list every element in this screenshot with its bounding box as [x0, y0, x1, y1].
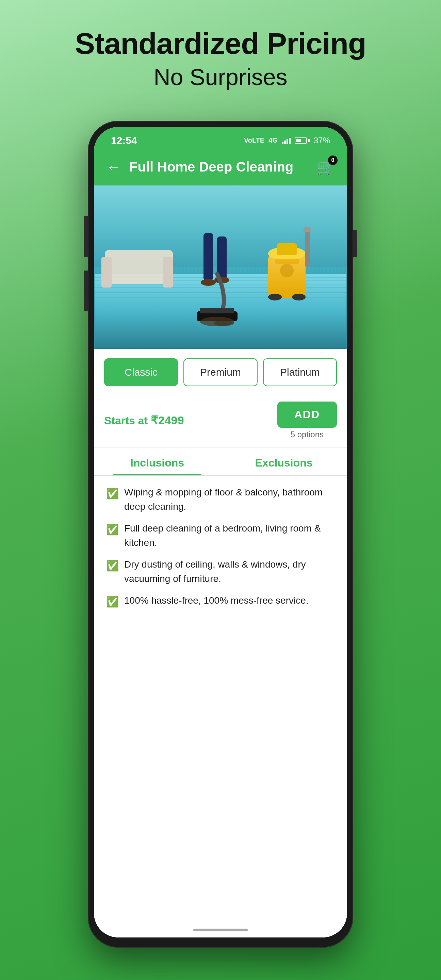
page-title: Full Home Deep Cleaning — [129, 159, 316, 175]
home-indicator — [94, 924, 347, 937]
tab-exclusions[interactable]: Exclusions — [221, 448, 347, 476]
inclusions-list: ✅ Wiping & mopping of floor & balcony, b… — [94, 476, 347, 924]
hero-subtitle: No Surprises — [75, 64, 366, 90]
top-nav: ← Full Home Deep Cleaning 🛒 0 — [94, 151, 347, 185]
signal-icon — [282, 137, 291, 144]
phone-screen: 12:54 VoLTE 4G — [94, 127, 347, 937]
options-label: 5 options — [291, 430, 323, 439]
tab-inclusions[interactable]: Inclusions — [94, 448, 221, 476]
hero-text: Standardized Pricing No Surprises — [75, 27, 366, 90]
svg-rect-9 — [162, 257, 173, 288]
status-bar: 12:54 VoLTE 4G — [94, 127, 347, 151]
price-value: ₹2499 — [151, 414, 184, 427]
svg-point-12 — [201, 279, 216, 286]
svg-rect-20 — [277, 243, 297, 255]
svg-rect-15 — [200, 308, 234, 313]
volte-icon: VoLTE — [244, 137, 264, 144]
check-icon-2: ✅ — [106, 522, 119, 538]
phone: 12:54 VoLTE 4G — [88, 121, 353, 948]
starts-at-label: Starts at — [104, 414, 148, 427]
svg-point-22 — [280, 264, 294, 277]
check-icon-1: ✅ — [106, 486, 119, 502]
inclusion-text-3: Dry dusting of ceiling, walls & windows,… — [124, 557, 335, 586]
status-time: 12:54 — [111, 135, 137, 146]
add-button[interactable]: ADD — [277, 401, 337, 428]
package-premium-button[interactable]: Premium — [183, 358, 257, 386]
package-classic-button[interactable]: Classic — [104, 358, 178, 386]
price-display: Starts at ₹2499 — [104, 414, 184, 427]
svg-point-25 — [268, 294, 282, 301]
svg-rect-8 — [101, 257, 111, 288]
price-add-row: Starts at ₹2499 ADD 5 options — [94, 393, 347, 448]
svg-rect-10 — [204, 233, 213, 281]
check-icon-4: ✅ — [106, 594, 119, 610]
4g-icon: 4G — [269, 137, 278, 144]
content-area: Classic Premium Platinum Starts at ₹2499… — [94, 349, 347, 937]
inclusion-item-1: ✅ Wiping & mopping of floor & balcony, b… — [106, 485, 335, 514]
inclusion-text-2: Full deep cleaning of a bedroom, living … — [124, 521, 335, 550]
battery-icon — [295, 137, 310, 143]
cart-icon-wrapper[interactable]: 🛒 0 — [316, 158, 335, 176]
add-col: ADD 5 options — [277, 401, 337, 439]
check-icon-3: ✅ — [106, 558, 119, 574]
inclusion-text-1: Wiping & mopping of floor & balcony, bat… — [124, 485, 335, 514]
status-icons: VoLTE 4G 37% — [244, 136, 330, 145]
inclusion-item-2: ✅ Full deep cleaning of a bedroom, livin… — [106, 521, 335, 550]
svg-rect-21 — [275, 259, 299, 264]
inclusion-item-4: ✅ 100% hassle-free, 100% mess-free servi… — [106, 593, 335, 610]
svg-point-17 — [214, 321, 234, 326]
hero-title: Standardized Pricing — [75, 27, 366, 60]
tabs-row: Inclusions Exclusions — [94, 448, 347, 476]
cleaning-scene-svg — [94, 185, 347, 349]
svg-point-26 — [292, 294, 306, 301]
home-bar — [193, 929, 248, 931]
back-arrow[interactable]: ← — [106, 159, 121, 175]
inclusion-text-4: 100% hassle-free, 100% mess-free service… — [124, 593, 309, 608]
package-selector: Classic Premium Platinum — [94, 349, 347, 393]
cart-badge: 0 — [328, 156, 338, 165]
battery-percentage: 37% — [314, 136, 330, 145]
svg-rect-23 — [305, 230, 310, 267]
package-platinum-button[interactable]: Platinum — [263, 358, 337, 386]
svg-point-24 — [303, 227, 311, 232]
hero-image — [94, 185, 347, 349]
inclusion-item-3: ✅ Dry dusting of ceiling, walls & window… — [106, 557, 335, 586]
